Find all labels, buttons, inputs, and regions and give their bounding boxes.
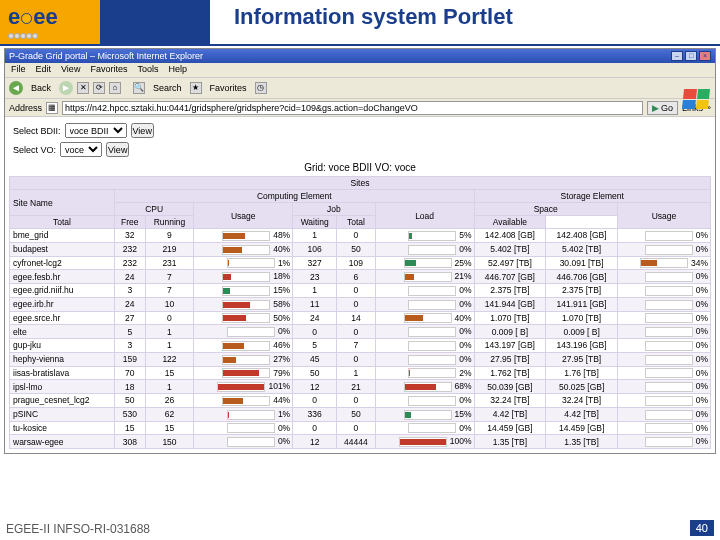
forward-icon[interactable]: ► <box>59 81 73 95</box>
table-row: ipsl-lmo181101%122168%50.039 [GB]50.025 … <box>10 380 711 394</box>
slide-title: Information system Portlet <box>234 4 513 30</box>
favorites-icon[interactable]: ★ <box>190 82 202 94</box>
back-button[interactable]: Back <box>27 82 55 94</box>
close-button[interactable]: × <box>699 51 711 61</box>
select-bdii-label: Select BDII: <box>13 126 61 136</box>
col-load[interactable]: Load <box>375 203 474 229</box>
slide-header: eee Information system Portlet Enabling … <box>0 0 720 46</box>
col-job: Job <box>293 203 375 216</box>
address-input[interactable] <box>62 101 643 115</box>
sites-table: Sites Site Name Computing Element Storag… <box>9 176 711 449</box>
col-total[interactable]: Total <box>10 216 115 229</box>
page-icon: ▦ <box>46 102 58 114</box>
table-row: egee.fesb.hr24718%23621%446.707 [GB]446.… <box>10 270 711 284</box>
portal-content: Select BDII: voce BDII View Select VO: v… <box>5 117 715 453</box>
table-row: budapest23221940%106500%5.402 [TB]5.402 … <box>10 242 711 256</box>
group-se: Storage Element <box>474 190 710 203</box>
table-row: egee.irb.hr241058%1100%141.944 [GB]141.9… <box>10 297 711 311</box>
search-icon[interactable]: 🔍 <box>133 82 145 94</box>
sites-header: Sites <box>10 177 711 190</box>
col-susage[interactable]: Usage <box>617 203 710 229</box>
maximize-button[interactable]: □ <box>685 51 697 61</box>
table-row: bme_grid32948%105%142.408 [GB]142.408 [G… <box>10 229 711 243</box>
windows-flag-icon <box>682 89 710 109</box>
table-row: elte510%000%0.009 [ B]0.009 [ B]0% <box>10 325 711 339</box>
back-icon[interactable]: ◄ <box>9 81 23 95</box>
select-vo-label: Select VO: <box>13 145 56 155</box>
table-row: hephy-vienna15912227%4500%27.95 [TB]27.9… <box>10 352 711 366</box>
col-cpu: CPU <box>114 203 193 216</box>
stop-icon[interactable]: ✕ <box>77 82 89 94</box>
table-row: tu-kosice15150%000%14.459 [GB]14.459 [GB… <box>10 421 711 435</box>
address-label: Address <box>9 103 42 113</box>
group-ce: Computing Element <box>114 190 474 203</box>
slide-subtitle: Enabling Grids for E-sciencE <box>212 32 327 42</box>
table-row: egee.grid.niif.hu3715%100%2.375 [TB]2.37… <box>10 284 711 298</box>
go-button[interactable]: ▶Go <box>647 101 678 115</box>
col-waiting[interactable]: Waiting <box>293 216 337 229</box>
address-bar: Address ▦ ▶Go Links» <box>5 99 715 117</box>
history-icon[interactable]: ◷ <box>255 82 267 94</box>
refresh-icon[interactable]: ⟳ <box>93 82 105 94</box>
table-row: gup-jku3146%570%143.197 [GB]143.196 [GB]… <box>10 339 711 353</box>
menu-help[interactable]: Help <box>168 64 187 76</box>
menu-edit[interactable]: Edit <box>36 64 52 76</box>
menu-view[interactable]: View <box>61 64 80 76</box>
browser-menubar: File Edit View Favorites Tools Help <box>5 63 715 77</box>
col-site[interactable]: Site Name <box>10 190 115 216</box>
select-bdii[interactable]: voce BDII <box>65 123 127 138</box>
table-row: prague_cesnet_lcg2502644%000%32.24 [TB]3… <box>10 394 711 408</box>
select-vo[interactable]: voce <box>60 142 102 157</box>
browser-toolbar: ◄ Back ► ✕ ⟳ ⌂ 🔍 Search ★ Favorites ◷ <box>5 77 715 99</box>
col-space: Space <box>474 203 617 216</box>
view-bdii-button[interactable]: View <box>131 123 154 138</box>
egee-logo: eee <box>8 4 58 40</box>
col-free[interactable]: Free <box>114 216 145 229</box>
table-row: cyfronet-lcg22322311%32710925%52.497 [TB… <box>10 256 711 270</box>
home-icon[interactable]: ⌂ <box>109 82 121 94</box>
menu-tools[interactable]: Tools <box>137 64 158 76</box>
menu-favorites[interactable]: Favorites <box>90 64 127 76</box>
browser-titlebar: P-Grade Grid portal – Microsoft Internet… <box>5 49 715 63</box>
grid-title: Grid: voce BDII VO: voce <box>9 159 711 176</box>
favorites-button[interactable]: Favorites <box>206 82 251 94</box>
table-row: pSINC530621%3365015%4.42 [TB]4.42 [TB]0% <box>10 407 711 421</box>
table-row: iisas-bratislava701579%5012%1.762 [TB]1.… <box>10 366 711 380</box>
window-title: P-Grade Grid portal – Microsoft Internet… <box>9 51 203 61</box>
table-row: egee.srce.hr27050%241440%1.070 [TB]1.070… <box>10 311 711 325</box>
minimize-button[interactable]: – <box>671 51 683 61</box>
footer-left: EGEE-II INFSO-RI-031688 <box>6 522 150 536</box>
page-number-badge: 40 <box>690 520 714 536</box>
col-savail[interactable]: Available <box>474 216 546 229</box>
browser-window: P-Grade Grid portal – Microsoft Internet… <box>4 48 716 454</box>
search-button[interactable]: Search <box>149 82 186 94</box>
menu-file[interactable]: File <box>11 64 26 76</box>
col-usage[interactable]: Usage <box>194 203 293 229</box>
view-vo-button[interactable]: View <box>106 142 129 157</box>
table-row: warsaw-egee3081500%1244444100%1.35 [TB]1… <box>10 435 711 449</box>
col-running[interactable]: Running <box>145 216 194 229</box>
col-stotal[interactable]: Total <box>337 216 375 229</box>
